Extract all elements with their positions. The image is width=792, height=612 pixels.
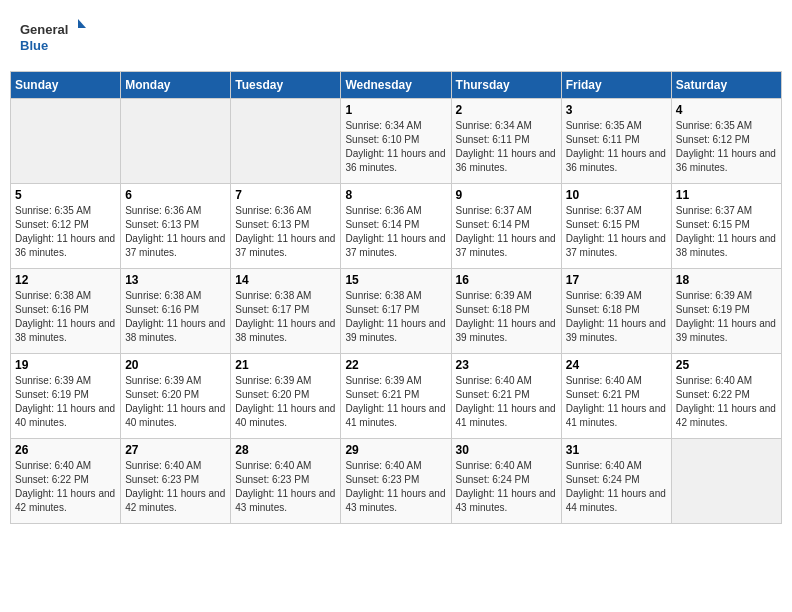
day-info: Sunrise: 6:40 AMSunset: 6:23 PMDaylight:…: [235, 459, 336, 515]
weekday-header-monday: Monday: [121, 72, 231, 99]
day-info: Sunrise: 6:40 AMSunset: 6:24 PMDaylight:…: [566, 459, 667, 515]
calendar-cell: 6Sunrise: 6:36 AMSunset: 6:13 PMDaylight…: [121, 184, 231, 269]
day-info: Sunrise: 6:38 AMSunset: 6:16 PMDaylight:…: [125, 289, 226, 345]
calendar-cell: 27Sunrise: 6:40 AMSunset: 6:23 PMDayligh…: [121, 439, 231, 524]
day-info: Sunrise: 6:38 AMSunset: 6:17 PMDaylight:…: [345, 289, 446, 345]
day-info: Sunrise: 6:34 AMSunset: 6:10 PMDaylight:…: [345, 119, 446, 175]
day-number: 9: [456, 188, 557, 202]
logo: General Blue: [18, 14, 88, 59]
day-number: 11: [676, 188, 777, 202]
day-info: Sunrise: 6:38 AMSunset: 6:17 PMDaylight:…: [235, 289, 336, 345]
day-number: 13: [125, 273, 226, 287]
day-info: Sunrise: 6:36 AMSunset: 6:14 PMDaylight:…: [345, 204, 446, 260]
calendar-cell: 28Sunrise: 6:40 AMSunset: 6:23 PMDayligh…: [231, 439, 341, 524]
day-number: 27: [125, 443, 226, 457]
svg-marker-2: [78, 19, 86, 28]
logo-svg: General Blue: [18, 14, 88, 59]
day-info: Sunrise: 6:39 AMSunset: 6:19 PMDaylight:…: [15, 374, 116, 430]
day-info: Sunrise: 6:37 AMSunset: 6:15 PMDaylight:…: [566, 204, 667, 260]
weekday-header-wednesday: Wednesday: [341, 72, 451, 99]
day-info: Sunrise: 6:34 AMSunset: 6:11 PMDaylight:…: [456, 119, 557, 175]
day-number: 14: [235, 273, 336, 287]
calendar-cell: 13Sunrise: 6:38 AMSunset: 6:16 PMDayligh…: [121, 269, 231, 354]
week-row-1: 1Sunrise: 6:34 AMSunset: 6:10 PMDaylight…: [11, 99, 782, 184]
day-info: Sunrise: 6:39 AMSunset: 6:18 PMDaylight:…: [456, 289, 557, 345]
day-number: 16: [456, 273, 557, 287]
calendar-cell: 15Sunrise: 6:38 AMSunset: 6:17 PMDayligh…: [341, 269, 451, 354]
calendar-header: SundayMondayTuesdayWednesdayThursdayFrid…: [11, 72, 782, 99]
calendar-cell: [671, 439, 781, 524]
week-row-5: 26Sunrise: 6:40 AMSunset: 6:22 PMDayligh…: [11, 439, 782, 524]
calendar-cell: 14Sunrise: 6:38 AMSunset: 6:17 PMDayligh…: [231, 269, 341, 354]
calendar-cell: 17Sunrise: 6:39 AMSunset: 6:18 PMDayligh…: [561, 269, 671, 354]
day-number: 21: [235, 358, 336, 372]
week-row-3: 12Sunrise: 6:38 AMSunset: 6:16 PMDayligh…: [11, 269, 782, 354]
day-info: Sunrise: 6:35 AMSunset: 6:12 PMDaylight:…: [15, 204, 116, 260]
calendar-cell: 24Sunrise: 6:40 AMSunset: 6:21 PMDayligh…: [561, 354, 671, 439]
week-row-4: 19Sunrise: 6:39 AMSunset: 6:19 PMDayligh…: [11, 354, 782, 439]
day-number: 3: [566, 103, 667, 117]
day-number: 20: [125, 358, 226, 372]
weekday-header-saturday: Saturday: [671, 72, 781, 99]
day-number: 25: [676, 358, 777, 372]
calendar-cell: 19Sunrise: 6:39 AMSunset: 6:19 PMDayligh…: [11, 354, 121, 439]
day-info: Sunrise: 6:40 AMSunset: 6:22 PMDaylight:…: [15, 459, 116, 515]
calendar-cell: [231, 99, 341, 184]
weekday-header-tuesday: Tuesday: [231, 72, 341, 99]
day-number: 19: [15, 358, 116, 372]
weekday-header-thursday: Thursday: [451, 72, 561, 99]
day-number: 5: [15, 188, 116, 202]
weekday-header-row: SundayMondayTuesdayWednesdayThursdayFrid…: [11, 72, 782, 99]
calendar-cell: 25Sunrise: 6:40 AMSunset: 6:22 PMDayligh…: [671, 354, 781, 439]
day-info: Sunrise: 6:40 AMSunset: 6:22 PMDaylight:…: [676, 374, 777, 430]
day-info: Sunrise: 6:40 AMSunset: 6:21 PMDaylight:…: [456, 374, 557, 430]
calendar-cell: 1Sunrise: 6:34 AMSunset: 6:10 PMDaylight…: [341, 99, 451, 184]
weekday-header-sunday: Sunday: [11, 72, 121, 99]
week-row-2: 5Sunrise: 6:35 AMSunset: 6:12 PMDaylight…: [11, 184, 782, 269]
calendar-cell: 22Sunrise: 6:39 AMSunset: 6:21 PMDayligh…: [341, 354, 451, 439]
calendar-table: SundayMondayTuesdayWednesdayThursdayFrid…: [10, 71, 782, 524]
day-number: 7: [235, 188, 336, 202]
day-number: 17: [566, 273, 667, 287]
day-info: Sunrise: 6:37 AMSunset: 6:15 PMDaylight:…: [676, 204, 777, 260]
day-number: 28: [235, 443, 336, 457]
calendar-cell: 9Sunrise: 6:37 AMSunset: 6:14 PMDaylight…: [451, 184, 561, 269]
day-info: Sunrise: 6:39 AMSunset: 6:20 PMDaylight:…: [125, 374, 226, 430]
calendar-cell: 20Sunrise: 6:39 AMSunset: 6:20 PMDayligh…: [121, 354, 231, 439]
page-header: General Blue: [10, 10, 782, 63]
day-info: Sunrise: 6:39 AMSunset: 6:19 PMDaylight:…: [676, 289, 777, 345]
day-info: Sunrise: 6:39 AMSunset: 6:21 PMDaylight:…: [345, 374, 446, 430]
day-number: 30: [456, 443, 557, 457]
calendar-cell: 18Sunrise: 6:39 AMSunset: 6:19 PMDayligh…: [671, 269, 781, 354]
day-info: Sunrise: 6:40 AMSunset: 6:24 PMDaylight:…: [456, 459, 557, 515]
calendar-cell: [11, 99, 121, 184]
calendar-cell: [121, 99, 231, 184]
day-info: Sunrise: 6:37 AMSunset: 6:14 PMDaylight:…: [456, 204, 557, 260]
day-info: Sunrise: 6:39 AMSunset: 6:20 PMDaylight:…: [235, 374, 336, 430]
calendar-cell: 26Sunrise: 6:40 AMSunset: 6:22 PMDayligh…: [11, 439, 121, 524]
calendar-cell: 5Sunrise: 6:35 AMSunset: 6:12 PMDaylight…: [11, 184, 121, 269]
calendar-cell: 12Sunrise: 6:38 AMSunset: 6:16 PMDayligh…: [11, 269, 121, 354]
day-number: 10: [566, 188, 667, 202]
calendar-cell: 10Sunrise: 6:37 AMSunset: 6:15 PMDayligh…: [561, 184, 671, 269]
calendar-cell: 23Sunrise: 6:40 AMSunset: 6:21 PMDayligh…: [451, 354, 561, 439]
day-info: Sunrise: 6:38 AMSunset: 6:16 PMDaylight:…: [15, 289, 116, 345]
day-number: 8: [345, 188, 446, 202]
weekday-header-friday: Friday: [561, 72, 671, 99]
day-number: 26: [15, 443, 116, 457]
day-number: 24: [566, 358, 667, 372]
day-number: 6: [125, 188, 226, 202]
calendar-cell: 29Sunrise: 6:40 AMSunset: 6:23 PMDayligh…: [341, 439, 451, 524]
day-number: 2: [456, 103, 557, 117]
day-number: 12: [15, 273, 116, 287]
calendar-cell: 2Sunrise: 6:34 AMSunset: 6:11 PMDaylight…: [451, 99, 561, 184]
day-number: 31: [566, 443, 667, 457]
day-info: Sunrise: 6:36 AMSunset: 6:13 PMDaylight:…: [235, 204, 336, 260]
calendar-cell: 11Sunrise: 6:37 AMSunset: 6:15 PMDayligh…: [671, 184, 781, 269]
day-info: Sunrise: 6:36 AMSunset: 6:13 PMDaylight:…: [125, 204, 226, 260]
day-number: 15: [345, 273, 446, 287]
calendar-cell: 16Sunrise: 6:39 AMSunset: 6:18 PMDayligh…: [451, 269, 561, 354]
calendar-cell: 4Sunrise: 6:35 AMSunset: 6:12 PMDaylight…: [671, 99, 781, 184]
calendar-cell: 21Sunrise: 6:39 AMSunset: 6:20 PMDayligh…: [231, 354, 341, 439]
day-number: 1: [345, 103, 446, 117]
